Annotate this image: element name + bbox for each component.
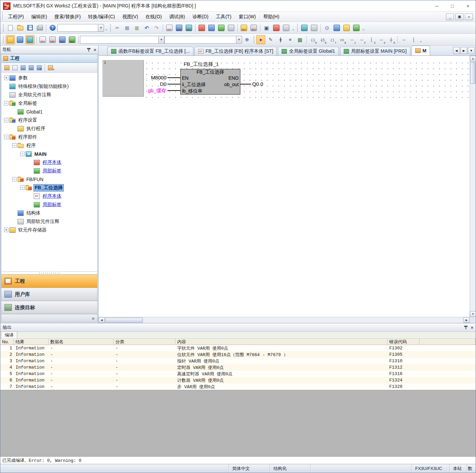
paste-button[interactable] bbox=[132, 23, 141, 32]
tree-item-global1[interactable]: Global1 bbox=[1, 107, 97, 116]
simulation-stop-button[interactable] bbox=[310, 23, 319, 32]
expander-icon[interactable] bbox=[4, 101, 8, 105]
table-row[interactable]: 2 Information - - 位软元件 VAR用 使用16点（范围 M76… bbox=[0, 351, 476, 358]
toolbar-grip2[interactable] bbox=[110, 24, 111, 32]
tree-item-intelligent-module[interactable]: 特殊模块(智能功能模块) bbox=[1, 82, 97, 91]
view-button-connection-destination[interactable]: 连接目标 bbox=[1, 301, 97, 314]
tab-scroll-left-button[interactable]: ◀ bbox=[453, 47, 460, 54]
start-monitor-button[interactable] bbox=[262, 23, 271, 32]
watch-window-button[interactable] bbox=[342, 23, 351, 32]
vertical-scrollbar[interactable]: ▲ ▼ bbox=[470, 56, 476, 317]
print-button[interactable] bbox=[35, 23, 44, 32]
mdi-restore-button[interactable]: ▣ bbox=[455, 14, 464, 20]
column-result[interactable]: 结果 bbox=[14, 339, 49, 345]
read-from-plc-button[interactable] bbox=[207, 23, 216, 32]
label-editor-button[interactable] bbox=[68, 35, 77, 44]
pin-in2[interactable]: ib_移位串 bbox=[182, 88, 203, 94]
view-button-project[interactable]: 工程 bbox=[1, 274, 97, 288]
delete-line-button[interactable] bbox=[409, 35, 418, 44]
branch-line-button[interactable] bbox=[387, 35, 396, 44]
tree-item-program-setting[interactable]: 程序设置 bbox=[1, 116, 97, 124]
menu-find-replace[interactable]: 搜索/替换(F) bbox=[51, 12, 84, 22]
tree-item-fb-fun[interactable]: FB/FUN bbox=[1, 175, 97, 183]
redo-button[interactable] bbox=[152, 23, 161, 32]
menu-project[interactable]: 工程(P) bbox=[4, 12, 28, 22]
horizontal-scrollbar[interactable]: ◀ ▶ bbox=[99, 317, 470, 323]
expander-icon[interactable] bbox=[12, 143, 17, 148]
fb-selection-window-button[interactable] bbox=[16, 35, 25, 44]
intelligent-function-button[interactable] bbox=[352, 23, 361, 32]
tree-item-global-label[interactable]: 全局标签 bbox=[1, 99, 97, 107]
close-button[interactable]: × bbox=[460, 0, 476, 11]
menu-diagnostics[interactable]: 诊断(D) bbox=[189, 12, 212, 22]
ladder-editor-button[interactable] bbox=[38, 35, 47, 44]
coil-button[interactable] bbox=[328, 35, 337, 44]
fbd-canvas[interactable]: 1 FB_工位选择_1 FB_工位选择 EN ENO ii_工位选择 ob_ou… bbox=[99, 56, 476, 323]
menu-tool[interactable]: 工具(T) bbox=[212, 12, 235, 22]
output-variable-button[interactable] bbox=[357, 35, 366, 44]
table-row[interactable]: 1 Information - - 字软元件 VAR用 使用0点 F1302 bbox=[0, 345, 476, 351]
nav-new-data-button[interactable] bbox=[3, 64, 11, 72]
tab-fb-program-body-st[interactable]: FB_工位选择 [FB] 程序本体 [ST] bbox=[194, 47, 277, 55]
device-batch-monitor-button[interactable] bbox=[239, 23, 248, 32]
device-comment-combo-input[interactable] bbox=[80, 36, 158, 43]
entry-data-monitor-button[interactable] bbox=[249, 23, 258, 32]
expander-icon[interactable] bbox=[4, 135, 8, 139]
operand-in2[interactable]: gb_缓存 bbox=[134, 88, 166, 94]
nav-expand-button[interactable] bbox=[27, 64, 35, 72]
vertical-line-button[interactable] bbox=[367, 35, 376, 44]
pin-eno[interactable]: ENO bbox=[229, 75, 239, 81]
menu-window[interactable]: 窗口(W) bbox=[235, 12, 260, 22]
tree-item-local-device-comment[interactable]: 局部软元件注释 bbox=[1, 217, 97, 226]
interconnect-mode-button[interactable] bbox=[266, 35, 275, 44]
tree-item-fb-program-body[interactable]: 程序本体 bbox=[1, 192, 97, 200]
expander-icon[interactable] bbox=[4, 118, 8, 122]
toolbar-grip[interactable] bbox=[3, 24, 4, 32]
help-button[interactable] bbox=[48, 23, 57, 32]
pause-monitor-button[interactable] bbox=[282, 23, 291, 32]
structured-ladder-editor-button[interactable] bbox=[58, 35, 67, 44]
combo-dropdown-icon[interactable]: ▾ bbox=[98, 24, 104, 31]
output-pin-icon[interactable] bbox=[464, 325, 468, 329]
undo-button[interactable] bbox=[142, 23, 151, 32]
tree-item-main-local-label[interactable]: 局部标签 bbox=[1, 167, 97, 175]
tab-main-program-body[interactable]: M bbox=[412, 46, 430, 55]
open-contact-button[interactable] bbox=[308, 35, 317, 44]
new-project-button[interactable] bbox=[6, 23, 15, 32]
tab-fb-label-setting[interactable]: 函数/FB标签设置 FB_工位选择 [... bbox=[107, 47, 193, 55]
scroll-right-icon[interactable]: ▶ bbox=[464, 317, 470, 323]
device-list-button[interactable] bbox=[332, 23, 341, 32]
view-button-user-library[interactable]: 用户库 bbox=[1, 288, 97, 301]
scroll-up-icon[interactable]: ▲ bbox=[470, 56, 476, 61]
menu-online[interactable]: 在线(O) bbox=[142, 12, 165, 22]
expander-icon[interactable] bbox=[20, 185, 25, 190]
find-target-combo[interactable]: ▾ bbox=[164, 36, 242, 44]
navigation-window-button[interactable] bbox=[6, 35, 15, 44]
tree-item-device-memory[interactable]: 软元件存储器 bbox=[1, 226, 97, 234]
comment-box-button[interactable] bbox=[286, 35, 295, 44]
tree-item-main-program-body[interactable]: 程序本体 bbox=[1, 158, 97, 167]
toolbar-overflow-icon2[interactable]: » bbox=[291, 23, 295, 32]
tree-item-main[interactable]: MAIN bbox=[1, 150, 97, 158]
nav-refresh-button[interactable] bbox=[35, 64, 43, 72]
column-category[interactable]: 分类 bbox=[114, 339, 176, 345]
toolbar2-grip2[interactable] bbox=[253, 35, 255, 44]
fb-instance-name[interactable]: FB_工位选择_1 bbox=[184, 61, 219, 68]
save-project-button[interactable] bbox=[25, 23, 34, 32]
output-window-button[interactable] bbox=[25, 35, 34, 44]
pin-in1[interactable]: ii_工位选择 bbox=[182, 81, 206, 88]
menu-edit[interactable]: 编辑(E) bbox=[28, 12, 51, 22]
nav-copy-button[interactable] bbox=[11, 64, 19, 72]
input-variable-button[interactable] bbox=[347, 35, 356, 44]
toolbar2-overflow-icon[interactable]: » bbox=[419, 35, 423, 44]
minimize-button[interactable]: ─ bbox=[429, 0, 445, 11]
simulation-start-button[interactable] bbox=[300, 23, 309, 32]
toolbar-grip3[interactable] bbox=[297, 24, 298, 32]
function-block-button[interactable] bbox=[338, 35, 347, 44]
build-button[interactable] bbox=[175, 23, 184, 32]
pin-out1[interactable]: ob_out bbox=[224, 81, 239, 88]
auto-connect-button[interactable] bbox=[276, 35, 285, 44]
select-mode-button[interactable] bbox=[256, 35, 265, 44]
table-row[interactable]: 4 Information - - 定时器 VAR用 使用0点 F1312 bbox=[0, 364, 476, 371]
write-to-plc-button[interactable] bbox=[217, 23, 226, 32]
